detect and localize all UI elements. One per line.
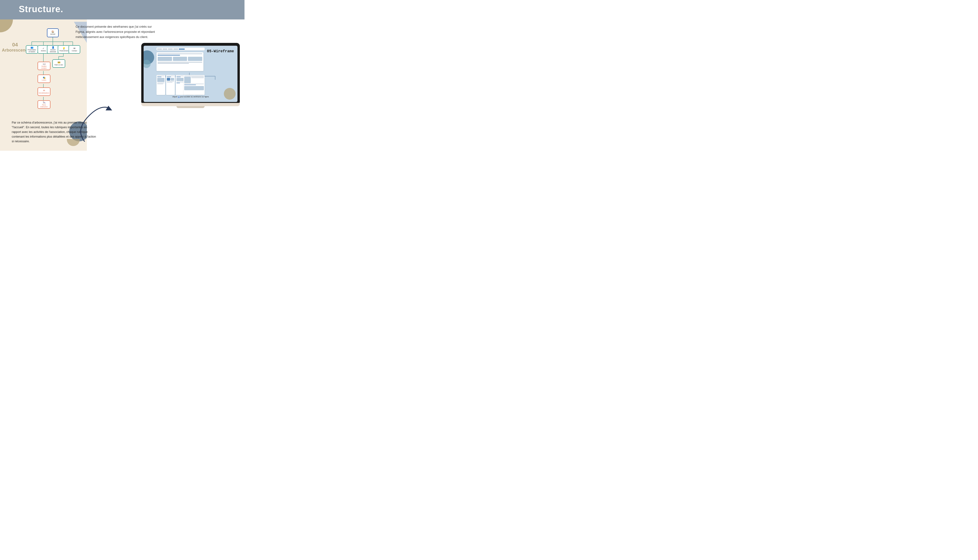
home-icon: 🏠 [52, 30, 54, 33]
description-content: Ce document présente des wireframes que … [75, 24, 155, 40]
card-box-2 [173, 57, 187, 61]
sensibilisations-icon: 👁 [43, 89, 45, 92]
laptop-screen-outer: 05-Wireframe [141, 43, 240, 103]
card-line-1 [158, 53, 202, 54]
bc3-line3 [176, 82, 184, 82]
page-header: Structure. [0, 0, 244, 20]
card-line-3 [158, 62, 202, 63]
laptop-screen: 05-Wireframe [144, 46, 237, 102]
laptop-base [141, 103, 240, 106]
click-text: cliquer ici pour accéder au wireframe su… [172, 96, 209, 98]
xlc-rect1 [184, 86, 204, 90]
card-boxes-row [158, 57, 202, 61]
faire-don-icon: 💳 [57, 61, 60, 64]
bc3-line2 [176, 77, 181, 77]
bc3-rect1 [176, 78, 184, 81]
main-content: 04 Arborescence [0, 20, 244, 151]
bc1-line3 [157, 83, 164, 83]
card-box-3 [188, 57, 202, 61]
node-devenir: 👤 Devenir bénévole [47, 45, 59, 54]
arborescence-diagram: 🏠 Accueil 👥 Présentation et histoire ✓ A… [26, 27, 82, 108]
xlc-line2 [184, 84, 204, 84]
screen-content: 05-Wireframe [144, 46, 237, 102]
title-text: Structure [19, 4, 60, 14]
nav-button [179, 48, 185, 50]
bottom-description: Par ce schéma d'arborescence, j'ai mis a… [12, 120, 96, 144]
bottom-card-1 [157, 75, 165, 95]
deco-tan-circle [224, 88, 236, 100]
laptop-mockup: 05-Wireframe [141, 43, 240, 108]
soutien-icon: 📖 [43, 63, 45, 65]
parcs-icon: 🎠 [43, 101, 45, 104]
bc1-line4 [157, 84, 163, 84]
node-soutien: 📖 Soutien scolaire [38, 62, 50, 70]
bc2-line2 [167, 77, 171, 77]
contact-icon: ✉ [74, 47, 75, 50]
right-panel: Ce document présente des wireframes que … [87, 20, 244, 151]
laptop-stand [176, 106, 205, 108]
bc2-boxes [167, 78, 174, 81]
bc1-line1 [157, 76, 164, 76]
card-box-1 [158, 57, 172, 61]
node-accueil: 🏠 Accueil [47, 28, 59, 37]
bc2-box1 [167, 78, 170, 81]
bc2-box2 [171, 78, 174, 81]
bc1-line2 [157, 77, 161, 77]
loisirs-icon: 🎭 [43, 77, 45, 79]
node-sensibilisations: 👁 Sensibilisations [38, 87, 50, 96]
node-loisirs: 🎭 Loisirs [38, 75, 50, 83]
actions-icon: ✓ [42, 47, 44, 50]
card-line-4 [158, 63, 189, 64]
bottom-card-3 [176, 75, 184, 95]
bc1-rect1 [157, 78, 164, 82]
description-text: Ce document présente des wireframes que … [75, 24, 155, 40]
bc3-line4 [176, 83, 180, 83]
nav-item-3 [168, 48, 173, 50]
devenir-icon: 👤 [52, 46, 54, 49]
node-contact: ✉ Contact [69, 45, 80, 54]
title-dot: . [60, 4, 64, 14]
node-financement: 💡 Financement [58, 45, 70, 54]
xlc-row [184, 77, 204, 83]
nav-item-1 [157, 48, 162, 50]
nav-item-2 [162, 48, 167, 50]
xlc-line3 [184, 85, 196, 85]
xlc-rline2 [191, 78, 204, 78]
click-after: pour accéder au wireframe sur figma [180, 96, 209, 98]
mini-navbar [157, 48, 205, 50]
nav-item-4 [174, 48, 178, 50]
arborescence-label: 04 Arborescence [0, 42, 28, 53]
bottom-card-2 [166, 75, 175, 95]
bc2-line1 [167, 76, 174, 76]
bc2-line3 [167, 81, 174, 82]
xlc-rline1 [191, 77, 204, 77]
presentation-icon: 👥 [30, 46, 33, 49]
bc2-line4 [167, 82, 173, 83]
main-wireframe-card [157, 52, 204, 71]
description-paragraph: Par ce schéma d'arborescence, j'ai mis a… [12, 120, 96, 144]
bc3-line1 [176, 76, 184, 76]
xlc-line1 [184, 76, 204, 76]
wireframe-label: 05-Wireframe [207, 49, 234, 53]
page-title: Structure. [19, 4, 63, 14]
node-parcs: 🎠 Parcs d'attraction [38, 100, 50, 109]
node-faire-don: 💳 Faire un don [52, 59, 65, 68]
click-before: cliquer [172, 96, 178, 98]
financement-icon: 💡 [62, 47, 65, 50]
xlc-box1 [184, 77, 191, 83]
node-presentation: 👥 Présentation et histoire [26, 45, 38, 54]
section-number: 04 [2, 42, 28, 48]
xlc-right [191, 77, 204, 83]
extra-large-card [184, 75, 205, 95]
corner-decoration [0, 20, 13, 32]
deco-circle-small [144, 60, 150, 68]
card-line-blue [158, 55, 180, 55]
section-title: Arborescence [2, 48, 28, 53]
